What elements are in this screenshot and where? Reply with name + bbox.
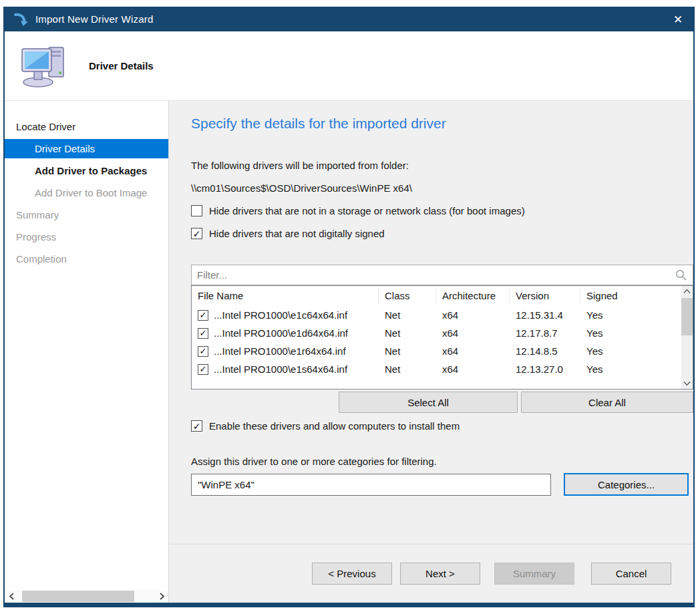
hide-unsigned-row: Hide drivers that are not digitally sign…: [191, 228, 693, 239]
summary-button: Summary: [494, 563, 574, 585]
column-header-signed[interactable]: Signed: [580, 289, 681, 303]
driver-class: Net: [379, 363, 436, 375]
driver-row[interactable]: ...Intel PRO1000\e1s64x64.inf Net x64 12…: [192, 360, 681, 378]
spacer: [191, 392, 339, 413]
driver-arch: x64: [436, 363, 510, 375]
step-completion: Completion: [5, 249, 168, 269]
driver-file-name: ...Intel PRO1000\e1c64x64.inf: [214, 309, 347, 321]
title-bar: Import New Driver Wizard ✕: [5, 7, 693, 31]
page-body: Specify the details for the imported dri…: [169, 101, 693, 544]
hide-unsigned-label: Hide drivers that are not digitally sign…: [209, 228, 385, 239]
row-checkbox[interactable]: [198, 328, 208, 339]
scrollbar-thumb[interactable]: [22, 591, 134, 602]
driver-signed: Yes: [580, 363, 681, 375]
categories-button[interactable]: Categories...: [564, 473, 689, 496]
hide-storage-checkbox[interactable]: [191, 205, 202, 216]
row-checkbox[interactable]: [198, 364, 208, 375]
driver-version: 12.15.31.4: [510, 309, 580, 321]
search-icon: [675, 269, 687, 281]
driver-row[interactable]: ...Intel PRO1000\e1r64x64.inf Net x64 12…: [192, 342, 681, 360]
intro-text: The following drivers will be imported f…: [191, 160, 693, 171]
enable-drivers-label: Enable these drivers and allow computers…: [209, 420, 460, 432]
folder-path-text: \\cm01\Sources$\OSD\DriverSources\WinPE …: [191, 182, 693, 194]
driver-list-scrollbar[interactable]: [681, 286, 693, 389]
driver-version: 12.14.8.5: [510, 345, 580, 357]
scroll-up-icon[interactable]: [681, 286, 693, 297]
driver-class: Net: [379, 327, 436, 339]
category-input[interactable]: [191, 474, 551, 496]
select-all-button[interactable]: Select All: [339, 392, 518, 413]
next-button[interactable]: Next >: [400, 563, 480, 585]
screen: Import New Driver Wizard ✕ Driver Detail…: [0, 0, 700, 610]
window-title: Import New Driver Wizard: [35, 13, 154, 25]
driver-arch: x64: [436, 309, 510, 321]
column-header-class[interactable]: Class: [379, 289, 436, 303]
computer-icon: [21, 45, 69, 88]
driver-arch: x64: [436, 345, 510, 357]
driver-file-name: ...Intel PRO1000\e1r64x64.inf: [214, 345, 346, 357]
content-pane: Specify the details for the imported dri…: [169, 101, 693, 603]
enable-drivers-row: Enable these drivers and allow computers…: [191, 420, 693, 432]
filter-input[interactable]: [197, 269, 675, 281]
driver-list: File Name Class Architecture Version Sig…: [191, 285, 693, 390]
page-title: Driver Details: [89, 60, 154, 71]
driver-version: 12.13.27.0: [510, 363, 580, 375]
previous-button[interactable]: < Previous: [312, 563, 392, 585]
main-area: Locate Driver Driver Details Add Driver …: [5, 101, 693, 603]
cancel-button[interactable]: Cancel: [591, 563, 671, 585]
wizard-steps-sidebar: Locate Driver Driver Details Add Driver …: [5, 101, 169, 603]
scrollbar-track[interactable]: [18, 590, 155, 603]
hide-unsigned-checkbox[interactable]: [191, 228, 202, 239]
wizard-footer: < Previous Next > Summary Cancel: [169, 544, 693, 603]
driver-row[interactable]: ...Intel PRO1000\e1d64x64.inf Net x64 12…: [192, 324, 681, 342]
column-header-architecture[interactable]: Architecture: [436, 289, 510, 303]
driver-file-name: ...Intel PRO1000\e1d64x64.inf: [214, 327, 348, 339]
clear-all-button[interactable]: Clear All: [521, 392, 693, 413]
scroll-down-icon[interactable]: [681, 378, 693, 389]
step-add-driver-to-packages: Add Driver to Packages: [5, 161, 168, 180]
row-checkbox[interactable]: [198, 346, 208, 357]
wizard-window: Import New Driver Wizard ✕ Driver Detail…: [3, 7, 695, 607]
column-header-version[interactable]: Version: [510, 289, 580, 303]
scrollbar-track[interactable]: [681, 297, 693, 378]
scroll-right-icon[interactable]: [155, 590, 168, 603]
wizard-step-list: Locate Driver Driver Details Add Driver …: [5, 101, 168, 590]
driver-signed: Yes: [580, 327, 681, 339]
list-buttons-row: Select All Clear All: [191, 392, 693, 413]
column-header-file-name[interactable]: File Name: [192, 289, 379, 303]
wizard-arrow-icon: [13, 13, 28, 26]
scroll-left-icon[interactable]: [5, 590, 18, 603]
driver-class: Net: [379, 309, 436, 321]
step-locate-driver: Locate Driver: [5, 117, 168, 136]
step-add-driver-to-boot-image: Add Driver to Boot Image: [5, 183, 168, 202]
wizard-page-header: Driver Details: [5, 31, 693, 101]
driver-list-grid: File Name Class Architecture Version Sig…: [192, 286, 681, 389]
row-checkbox[interactable]: [198, 310, 208, 321]
driver-version: 12.17.8.7: [510, 327, 580, 339]
step-progress: Progress: [5, 227, 168, 247]
driver-arch: x64: [436, 327, 510, 339]
hide-storage-row: Hide drivers that are not in a storage o…: [191, 205, 693, 216]
enable-drivers-checkbox[interactable]: [191, 420, 202, 432]
close-icon[interactable]: ✕: [663, 7, 693, 31]
hide-storage-label: Hide drivers that are not in a storage o…: [209, 205, 525, 216]
filter-box: [191, 265, 693, 285]
step-driver-details: Driver Details: [5, 139, 168, 158]
category-row: Categories...: [191, 473, 693, 496]
scrollbar-thumb[interactable]: [681, 298, 693, 335]
driver-row[interactable]: ...Intel PRO1000\e1c64x64.inf Net x64 12…: [192, 306, 681, 324]
driver-list-header: File Name Class Architecture Version Sig…: [192, 286, 681, 306]
sidebar-horizontal-scrollbar[interactable]: [5, 590, 168, 603]
driver-signed: Yes: [580, 345, 681, 357]
step-summary: Summary: [5, 205, 168, 224]
driver-signed: Yes: [580, 309, 681, 321]
driver-file-name: ...Intel PRO1000\e1s64x64.inf: [214, 363, 347, 375]
assign-category-label: Assign this driver to one or more catego…: [191, 456, 693, 467]
content-heading: Specify the details for the imported dri…: [191, 116, 693, 132]
driver-class: Net: [379, 345, 436, 357]
